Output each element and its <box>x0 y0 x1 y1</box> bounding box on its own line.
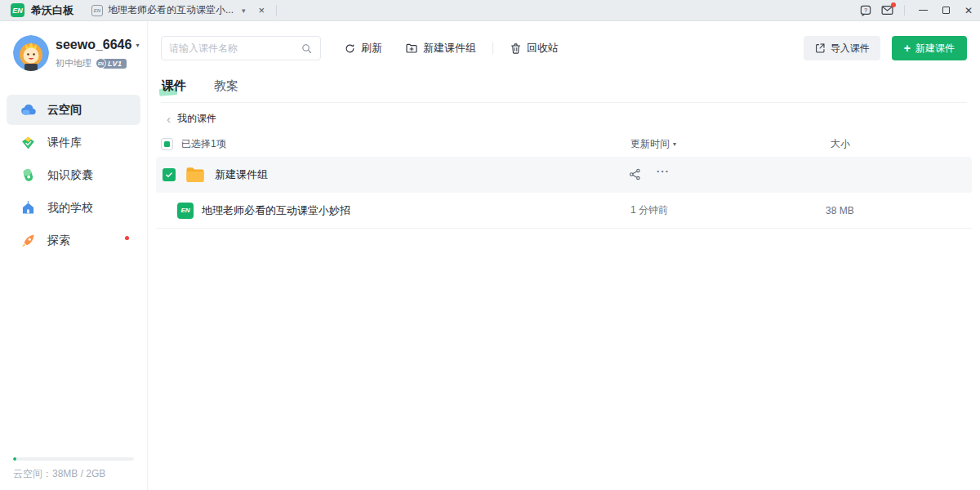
rocket-icon <box>20 232 37 249</box>
window-controls-divider <box>904 5 905 16</box>
content-tabs: 课件 教案 <box>162 78 238 94</box>
trash-icon <box>510 42 522 55</box>
sort-caret-icon: ▾ <box>673 140 676 148</box>
school-icon <box>20 199 37 216</box>
folder-icon <box>185 167 205 184</box>
storage-value: 38MB / 2GB <box>52 468 105 479</box>
list-body: 新建课件组 ⋯ EN 地理老师必看的互动课堂小妙招 1 分钟前 38 MB <box>156 157 972 229</box>
notification-dot <box>891 2 896 7</box>
tab-lesson-plan[interactable]: 教案 <box>214 78 238 94</box>
import-icon <box>814 42 826 54</box>
sidebar-item-cloud-space[interactable]: 云空间 <box>7 95 140 125</box>
lion-mascot-avatar <box>13 35 49 71</box>
sidebar: seewo_6646 ▾ 初中地理 EN LV1 云空间 <box>0 22 148 490</box>
storage-bar-fill <box>13 457 16 461</box>
document-tab-title: 地理老师必看的互动课堂小... <box>108 3 234 17</box>
search-icon[interactable] <box>301 42 313 55</box>
app-logo-icon: EN <box>11 3 24 17</box>
avatar[interactable] <box>13 35 49 71</box>
help-icon: ? <box>859 4 872 17</box>
document-icon: EN <box>91 5 103 16</box>
select-all-checkbox[interactable] <box>161 138 173 150</box>
checkbox-indeterminate-mark <box>164 141 170 147</box>
sidebar-item-label: 探索 <box>47 234 70 248</box>
help-button[interactable]: ? <box>855 0 876 21</box>
cloud-icon <box>20 101 37 118</box>
sidebar-item-courseware-library[interactable]: 课件库 <box>7 127 140 158</box>
plus-icon: + <box>904 42 911 54</box>
breadcrumb-label[interactable]: 我的课件 <box>177 112 216 126</box>
file-updated-time: 1 分钟前 <box>630 203 668 217</box>
selected-count: 已选择1项 <box>181 137 226 151</box>
toolbar: 刷新 新建课件组 回收站 导入课件 <box>161 36 967 60</box>
search-box[interactable] <box>161 36 321 60</box>
messages-button[interactable] <box>876 0 898 21</box>
row-checkbox-checked[interactable] <box>163 168 176 181</box>
main-panel: 刷新 新建课件组 回收站 导入课件 <box>149 22 980 490</box>
subject-label: 初中地理 <box>56 57 91 69</box>
maximize-icon <box>942 7 950 14</box>
level-badge: EN LV1 <box>96 58 127 69</box>
tab-caret-icon[interactable]: ▾ <box>242 7 246 15</box>
tab-divider <box>276 5 277 16</box>
badge-logo-icon: EN <box>96 58 106 69</box>
more-actions-button[interactable]: ⋯ <box>656 163 670 179</box>
share-button[interactable] <box>628 167 642 185</box>
profile-block: seewo_6646 ▾ 初中地理 EN LV1 <box>13 35 139 71</box>
minimize-button[interactable] <box>911 0 934 21</box>
new-courseware-button[interactable]: + 新建课件 <box>892 36 967 60</box>
sidebar-item-label: 云空间 <box>47 103 82 118</box>
list-header: 已选择1项 更新时间 ▾ 大小 <box>161 133 967 154</box>
new-group-button[interactable]: 新建课件组 <box>405 41 476 56</box>
username-caret-icon: ▾ <box>136 42 139 49</box>
refresh-button[interactable]: 刷新 <box>344 41 382 56</box>
check-icon <box>165 171 173 179</box>
close-button[interactable]: ✕ <box>957 0 980 21</box>
storage-label: 云空间： <box>13 468 52 479</box>
folder-name[interactable]: 新建课件组 <box>215 167 268 182</box>
import-courseware-button[interactable]: 导入课件 <box>804 36 880 60</box>
storage-indicator: 云空间：38MB / 2GB <box>13 457 134 481</box>
table-row-file[interactable]: EN 地理老师必看的互动课堂小妙招 1 分钟前 38 MB <box>156 193 972 229</box>
column-header-size: 大小 <box>831 137 850 151</box>
storage-bar <box>13 457 134 461</box>
chevron-left-icon[interactable]: ‹ <box>167 113 171 125</box>
sidebar-item-my-school[interactable]: 我的学校 <box>7 193 140 223</box>
file-name[interactable]: 地理老师必看的互动课堂小妙招 <box>202 203 350 218</box>
close-icon: ✕ <box>964 5 973 16</box>
share-icon <box>628 167 642 181</box>
tab-close-icon[interactable]: × <box>259 4 265 16</box>
sidebar-item-knowledge-capsule[interactable]: 知识胶囊 <box>7 160 140 190</box>
sidebar-item-explore[interactable]: 探索 <box>7 225 140 256</box>
courseware-file-icon: EN <box>177 203 194 219</box>
minimize-icon <box>919 10 928 11</box>
sidebar-item-label: 课件库 <box>47 136 82 150</box>
sidebar-item-label: 知识胶囊 <box>47 168 93 183</box>
toolbar-divider <box>492 42 493 54</box>
new-folder-icon <box>405 42 418 55</box>
library-icon <box>20 134 37 151</box>
maximize-button[interactable] <box>934 0 957 21</box>
breadcrumb[interactable]: ‹ 我的课件 <box>167 112 216 126</box>
refresh-icon <box>344 42 356 55</box>
capsule-icon <box>20 167 37 184</box>
username[interactable]: seewo_6646 ▾ <box>56 38 139 52</box>
table-row-folder[interactable]: 新建课件组 ⋯ <box>156 157 972 193</box>
file-size: 38 MB <box>826 205 854 216</box>
column-header-updated[interactable]: 更新时间 ▾ <box>630 137 676 151</box>
app-name: 希沃白板 <box>31 3 74 18</box>
tab-courseware[interactable]: 课件 <box>162 78 186 94</box>
titlebar: EN 希沃白板 EN 地理老师必看的互动课堂小... ▾ × ? ✕ <box>0 0 980 21</box>
tabs-divider <box>161 102 967 103</box>
explore-red-dot <box>125 236 129 240</box>
recycle-bin-button[interactable]: 回收站 <box>510 41 559 56</box>
search-input[interactable] <box>169 42 301 54</box>
sidebar-menu: 云空间 课件库 知识胶囊 <box>7 95 140 258</box>
svg-text:?: ? <box>864 7 867 14</box>
document-tab[interactable]: EN 地理老师必看的互动课堂小... ▾ × <box>91 0 265 21</box>
sidebar-item-label: 我的学校 <box>47 201 93 216</box>
